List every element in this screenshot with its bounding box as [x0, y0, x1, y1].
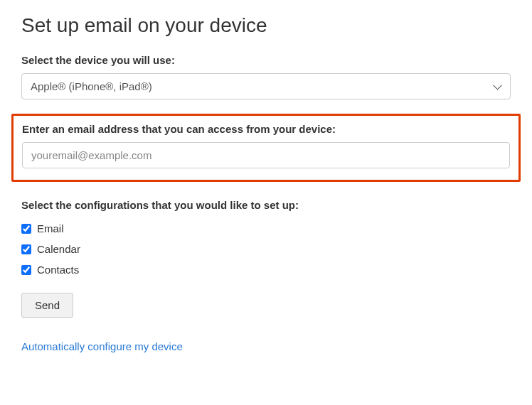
- send-button[interactable]: Send: [21, 293, 73, 318]
- checkbox-label-calendar[interactable]: Calendar: [37, 243, 80, 255]
- auto-configure-link[interactable]: Automatically configure my device: [21, 340, 183, 352]
- email-label: Enter an email address that you can acce…: [22, 123, 510, 135]
- checkbox-email[interactable]: [21, 224, 31, 234]
- device-select[interactable]: Apple® (iPhone®, iPad®): [21, 73, 511, 99]
- device-label: Select the device you will use:: [21, 54, 511, 66]
- checkbox-label-contacts[interactable]: Contacts: [37, 264, 79, 276]
- email-highlight-box: Enter an email address that you can acce…: [11, 114, 521, 182]
- checkbox-contacts[interactable]: [21, 265, 31, 275]
- checkbox-calendar[interactable]: [21, 244, 31, 254]
- checkbox-label-email[interactable]: Email: [37, 222, 64, 234]
- email-input[interactable]: [22, 142, 510, 168]
- configs-label: Select the configurations that you would…: [21, 199, 511, 211]
- page-title: Set up email on your device: [21, 14, 511, 37]
